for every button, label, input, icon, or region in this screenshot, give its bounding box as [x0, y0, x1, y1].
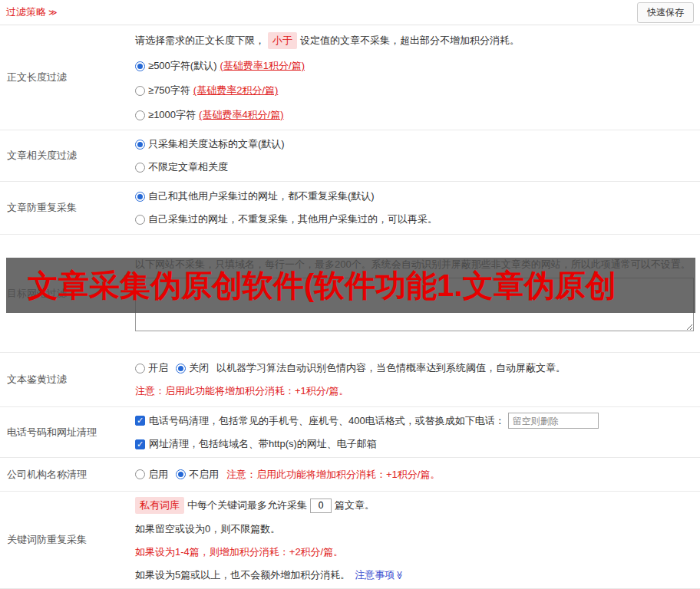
option-label: 启用	[148, 467, 168, 482]
option-label: ≥750字符	[148, 83, 190, 98]
company-options-line: 启用 不启用 注意：启用此功能将增加积分消耗：+1积分/篇。	[135, 467, 694, 482]
row-relevance-filter: 文章相关度过滤 只采集相关度达标的文章(默认) 不限定文章相关度	[0, 130, 700, 182]
radio-icon[interactable]	[135, 163, 145, 173]
checkbox-icon[interactable]	[135, 416, 145, 426]
row-label-relevance: 文章相关度过滤	[0, 130, 130, 181]
row-label-phone: 电话号码和网址清理	[0, 407, 130, 457]
length-intro-after: 设定值的文章不采集，超出部分不增加积分消耗。	[300, 33, 520, 48]
length-option-750[interactable]: ≥750字符 (基础费率2积分/篇)	[135, 83, 694, 98]
fee-note: (基础费率2积分/篇)	[193, 83, 279, 98]
radio-icon[interactable]	[135, 469, 145, 479]
option-label: 只采集相关度达标的文章(默认)	[148, 137, 285, 152]
row-content-dedup: 自己和其他用户采集过的网址，都不重复采集(默认) 自己采集过的网址，不重复采集，…	[130, 182, 700, 234]
option-label: ≥1000字符	[148, 107, 196, 123]
row-label-length: 正文长度过滤	[0, 25, 130, 130]
title-chevron-icon: ≫	[48, 8, 58, 17]
option-label: 开启	[148, 360, 168, 376]
keyword-limit-line: 私有词库 中每个关键词最多允许采集 篇文章。	[135, 497, 694, 514]
option-label: 自己采集过的网址，不重复采集，其他用户采集过的，可以再采。	[148, 212, 438, 227]
radio-icon[interactable]	[135, 364, 145, 373]
row-label-company: 公司机构名称清理	[0, 458, 130, 491]
length-intro-before: 请选择需求的正文长度下限，	[135, 33, 265, 48]
radio-icon[interactable]	[135, 110, 145, 120]
row-label-porn: 文本鉴黄过滤	[0, 353, 130, 406]
porn-cost-note: 注意：启用此功能将增加积分消耗：+1积分/篇。	[135, 383, 694, 399]
checkbox-icon[interactable]	[135, 439, 145, 449]
porn-option-on[interactable]: 开启	[135, 360, 168, 376]
replacement-phone-input[interactable]	[508, 413, 599, 429]
watermark-text: 文章采集伪原创软件(软件功能1.文章伪原创	[28, 265, 616, 307]
keyword-limit-text: 中每个关键词最多允许采集	[187, 498, 307, 513]
option-label: 电话号码清理，包括常见的手机号、座机号、400电话格式，或替换成如下电话：	[149, 413, 505, 429]
radio-icon[interactable]	[176, 364, 186, 373]
option-label: 关闭	[189, 360, 209, 376]
row-label-dedup: 文章防重复采集	[0, 182, 130, 234]
page-title-text: 过滤策略	[6, 6, 46, 18]
keyword-note-cost: 如果设为1-4篇，则增加积分消耗：+2积分/篇。	[135, 545, 694, 560]
private-lexicon-highlight: 私有词库	[135, 497, 184, 514]
length-option-500[interactable]: ≥500字符(默认) (基础费率1积分/篇)	[135, 58, 694, 74]
option-label: 不启用	[189, 467, 219, 482]
row-content-phone: 电话号码清理，包括常见的手机号、座机号、400电话格式，或替换成如下电话： 网址…	[130, 407, 700, 457]
length-intro: 请选择需求的正文长度下限， 小于 设定值的文章不采集，超出部分不增加积分消耗。	[135, 32, 694, 49]
page-title[interactable]: 过滤策略≫	[6, 5, 58, 19]
row-company-name-cleanup: 公司机构名称清理 启用 不启用 注意：启用此功能将增加积分消耗：+1积分/篇。	[0, 458, 700, 492]
phone-cleanup-option[interactable]: 电话号码清理，包括常见的手机号、座机号、400电话格式，或替换成如下电话：	[135, 413, 694, 429]
radio-icon[interactable]	[135, 61, 145, 71]
option-label: 不限定文章相关度	[148, 160, 228, 175]
length-option-1000[interactable]: ≥1000字符 (基础费率4积分/篇)	[135, 107, 694, 123]
row-length-filter: 正文长度过滤 请选择需求的正文长度下限， 小于 设定值的文章不采集，超出部分不增…	[0, 25, 700, 130]
porn-option-off[interactable]: 关闭	[176, 360, 209, 376]
fee-note: (基础费率4积分/篇)	[199, 107, 284, 123]
keyword-note-five: 如果设为5篇或以上，也不会额外增加积分消耗。	[135, 568, 350, 583]
radio-icon[interactable]	[176, 469, 186, 479]
row-content-porn: 开启 关闭 以机器学习算法自动识别色情内容，当色情概率达到系统阈值，自动屏蔽文章…	[130, 353, 700, 406]
relevance-option-any[interactable]: 不限定文章相关度	[135, 160, 694, 175]
notes-link[interactable]: 注意事项	[355, 568, 395, 583]
quick-save-button[interactable]: 快速保存	[637, 2, 694, 23]
option-label: ≥500字符(默认)	[148, 58, 216, 74]
keyword-limit-suffix: 篇文章。	[335, 498, 375, 513]
row-content-length: 请选择需求的正文长度下限， 小于 设定值的文章不采集，超出部分不增加积分消耗。 …	[130, 25, 700, 130]
porn-options-line: 开启 关闭 以机器学习算法自动识别色情内容，当色情概率达到系统阈值，自动屏蔽文章…	[135, 360, 694, 376]
radio-icon[interactable]	[135, 86, 145, 96]
row-dedup-filter: 文章防重复采集 自己和其他用户采集过的网址，都不重复采集(默认) 自己采集过的网…	[0, 182, 700, 235]
row-keyword-dedup: 关键词防重复采集 私有词库 中每个关键词最多允许采集 篇文章。 如果留空或设为0…	[0, 492, 700, 589]
row-content-relevance: 只采集相关度达标的文章(默认) 不限定文章相关度	[130, 130, 700, 181]
row-content-company: 启用 不启用 注意：启用此功能将增加积分消耗：+1积分/篇。	[130, 458, 700, 491]
length-intro-highlight: 小于	[268, 32, 297, 49]
radio-icon[interactable]	[135, 140, 145, 150]
radio-icon[interactable]	[135, 192, 145, 202]
radio-icon[interactable]	[135, 215, 145, 225]
option-label: 网址清理，包括纯域名、带http(s)的网址、电子邮箱	[149, 436, 377, 452]
company-option-off[interactable]: 不启用	[176, 467, 219, 482]
dedup-option-global[interactable]: 自己和其他用户采集过的网址，都不重复采集(默认)	[135, 189, 694, 204]
watermark-overlay: 文章采集伪原创软件(软件功能1.文章伪原创	[6, 258, 695, 313]
relevance-option-strict[interactable]: 只采集相关度达标的文章(默认)	[135, 137, 694, 152]
porn-description: 以机器学习算法自动识别色情内容，当色情概率达到系统阈值，自动屏蔽文章。	[216, 360, 566, 376]
dedup-option-self-only[interactable]: 自己采集过的网址，不重复采集，其他用户采集过的，可以再采。	[135, 212, 694, 227]
company-cost-note: 注意：启用此功能将增加积分消耗：+1积分/篇。	[226, 467, 440, 482]
keyword-note-five-line: 如果设为5篇或以上，也不会额外增加积分消耗。 注意事项 ≫	[135, 568, 694, 583]
keyword-limit-input[interactable]	[310, 499, 332, 513]
row-phone-url-cleanup: 电话号码和网址清理 电话号码清理，包括常见的手机号、座机号、400电话格式，或替…	[0, 407, 700, 458]
filter-strategy-page: 过滤策略≫ 快速保存 正文长度过滤 请选择需求的正文长度下限， 小于 设定值的文…	[0, 0, 700, 589]
url-cleanup-option[interactable]: 网址清理，包括纯域名、带http(s)的网址、电子邮箱	[135, 436, 694, 452]
company-option-on[interactable]: 启用	[135, 467, 168, 482]
option-label: 自己和其他用户采集过的网址，都不重复采集(默认)	[148, 189, 375, 204]
chevron-down-icon[interactable]: ≫	[392, 571, 408, 580]
row-content-keyword: 私有词库 中每个关键词最多允许采集 篇文章。 如果留空或设为0，则不限篇数。 如…	[130, 492, 700, 588]
fee-note: (基础费率1积分/篇)	[220, 58, 305, 74]
top-bar: 过滤策略≫ 快速保存	[0, 0, 700, 25]
row-porn-filter: 文本鉴黄过滤 开启 关闭 以机器学习算法自动识别色情内容，当色情概率达到系统阈值…	[0, 353, 700, 407]
keyword-note-zero: 如果留空或设为0，则不限篇数。	[135, 522, 694, 537]
row-label-keyword: 关键词防重复采集	[0, 492, 130, 588]
